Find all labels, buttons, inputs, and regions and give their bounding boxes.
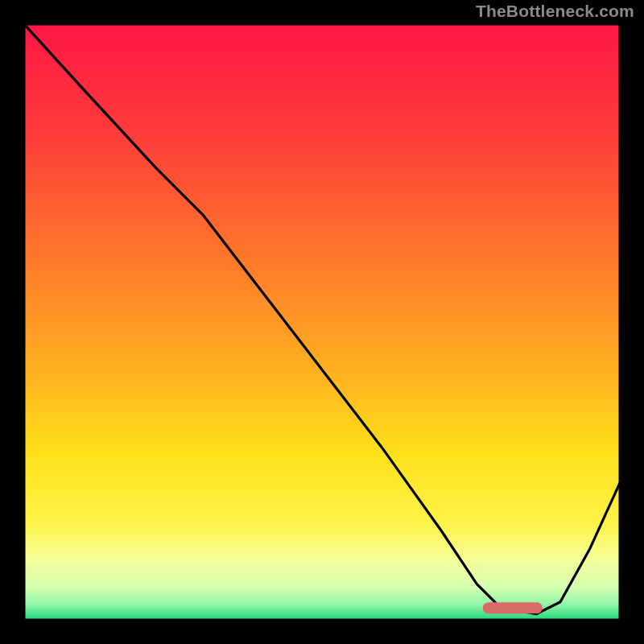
chart-container: TheBottleneck.com bbox=[0, 0, 644, 644]
optimal-range-marker bbox=[483, 602, 543, 613]
attribution-label: TheBottleneck.com bbox=[476, 2, 634, 21]
chart-svg bbox=[24, 24, 620, 620]
plot-area bbox=[24, 24, 620, 620]
gradient-background bbox=[24, 24, 620, 620]
